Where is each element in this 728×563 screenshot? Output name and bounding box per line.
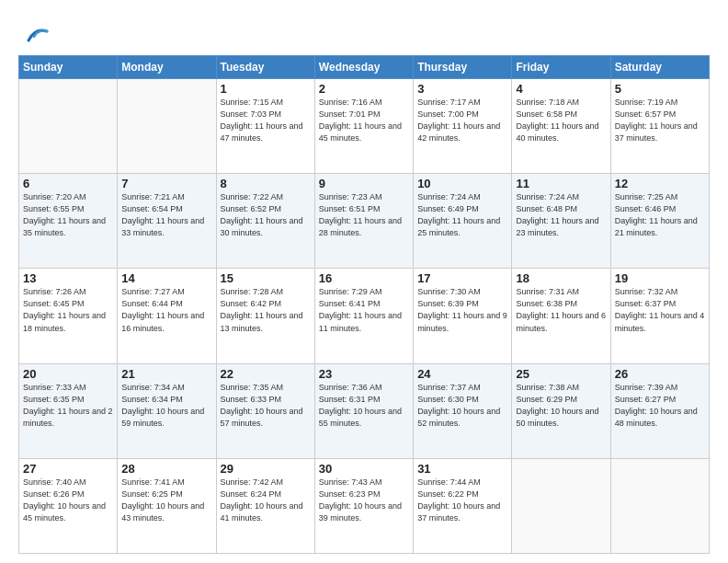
calendar-cell: 4Sunrise: 7:18 AM Sunset: 6:58 PM Daylig… bbox=[512, 79, 610, 174]
calendar-cell: 31Sunrise: 7:44 AM Sunset: 6:22 PM Dayli… bbox=[414, 458, 512, 553]
day-info: Sunrise: 7:19 AM Sunset: 6:57 PM Dayligh… bbox=[615, 97, 705, 144]
day-number: 31 bbox=[417, 462, 507, 476]
day-info: Sunrise: 7:42 AM Sunset: 6:24 PM Dayligh… bbox=[221, 477, 311, 524]
day-number: 23 bbox=[319, 367, 409, 381]
day-info: Sunrise: 7:41 AM Sunset: 6:25 PM Dayligh… bbox=[121, 477, 211, 524]
logo bbox=[18, 20, 49, 48]
day-number: 3 bbox=[417, 82, 507, 96]
calendar-cell: 29Sunrise: 7:42 AM Sunset: 6:24 PM Dayli… bbox=[216, 458, 314, 553]
day-info: Sunrise: 7:43 AM Sunset: 6:23 PM Dayligh… bbox=[319, 477, 409, 524]
day-number: 6 bbox=[23, 177, 113, 190]
calendar-cell: 14Sunrise: 7:27 AM Sunset: 6:44 PM Dayli… bbox=[118, 269, 216, 363]
day-info: Sunrise: 7:20 AM Sunset: 6:55 PM Dayligh… bbox=[23, 191, 113, 239]
day-info: Sunrise: 7:37 AM Sunset: 6:30 PM Dayligh… bbox=[417, 382, 507, 430]
day-info: Sunrise: 7:28 AM Sunset: 6:42 PM Dayligh… bbox=[221, 286, 311, 334]
day-number: 8 bbox=[221, 177, 311, 190]
day-info: Sunrise: 7:27 AM Sunset: 6:44 PM Dayligh… bbox=[121, 286, 211, 334]
day-info: Sunrise: 7:29 AM Sunset: 6:41 PM Dayligh… bbox=[319, 286, 409, 334]
day-number: 27 bbox=[23, 462, 113, 476]
day-number: 26 bbox=[615, 367, 705, 381]
day-number: 15 bbox=[221, 271, 311, 285]
page: SundayMondayTuesdayWednesdayThursdayFrid… bbox=[0, 0, 728, 563]
day-number: 22 bbox=[221, 367, 311, 381]
weekday-header-wednesday: Wednesday bbox=[314, 56, 413, 79]
weekday-header-sunday: Sunday bbox=[19, 56, 118, 79]
day-info: Sunrise: 7:33 AM Sunset: 6:35 PM Dayligh… bbox=[23, 382, 113, 430]
day-info: Sunrise: 7:24 AM Sunset: 6:49 PM Dayligh… bbox=[417, 191, 507, 239]
day-number: 14 bbox=[121, 271, 211, 285]
calendar-cell: 21Sunrise: 7:34 AM Sunset: 6:34 PM Dayli… bbox=[118, 363, 216, 458]
day-info: Sunrise: 7:40 AM Sunset: 6:26 PM Dayligh… bbox=[23, 477, 113, 524]
day-info: Sunrise: 7:17 AM Sunset: 7:00 PM Dayligh… bbox=[417, 97, 507, 144]
day-number: 16 bbox=[319, 271, 409, 285]
calendar-cell: 17Sunrise: 7:30 AM Sunset: 6:39 PM Dayli… bbox=[414, 269, 512, 363]
weekday-header-saturday: Saturday bbox=[610, 56, 709, 79]
day-info: Sunrise: 7:25 AM Sunset: 6:46 PM Dayligh… bbox=[615, 191, 705, 239]
calendar-cell: 3Sunrise: 7:17 AM Sunset: 7:00 PM Daylig… bbox=[414, 79, 512, 174]
calendar-cell: 16Sunrise: 7:29 AM Sunset: 6:41 PM Dayli… bbox=[314, 269, 413, 363]
calendar-cell: 11Sunrise: 7:24 AM Sunset: 6:48 PM Dayli… bbox=[512, 174, 610, 269]
day-number: 20 bbox=[23, 367, 113, 381]
calendar-cell bbox=[610, 458, 709, 553]
calendar-week-3: 13Sunrise: 7:26 AM Sunset: 6:45 PM Dayli… bbox=[19, 269, 710, 363]
calendar-cell: 23Sunrise: 7:36 AM Sunset: 6:31 PM Dayli… bbox=[314, 363, 413, 458]
calendar-cell: 1Sunrise: 7:15 AM Sunset: 7:03 PM Daylig… bbox=[216, 79, 314, 174]
day-number: 19 bbox=[615, 271, 705, 285]
day-number: 30 bbox=[319, 462, 409, 476]
calendar-cell: 15Sunrise: 7:28 AM Sunset: 6:42 PM Dayli… bbox=[216, 269, 314, 363]
calendar-cell: 8Sunrise: 7:22 AM Sunset: 6:52 PM Daylig… bbox=[216, 174, 314, 269]
weekday-header-thursday: Thursday bbox=[414, 56, 512, 79]
calendar-cell: 10Sunrise: 7:24 AM Sunset: 6:49 PM Dayli… bbox=[414, 174, 512, 269]
day-number: 18 bbox=[516, 271, 606, 285]
calendar-cell: 13Sunrise: 7:26 AM Sunset: 6:45 PM Dayli… bbox=[19, 269, 118, 363]
day-info: Sunrise: 7:18 AM Sunset: 6:58 PM Dayligh… bbox=[516, 97, 606, 144]
day-number: 2 bbox=[319, 82, 409, 96]
day-info: Sunrise: 7:23 AM Sunset: 6:51 PM Dayligh… bbox=[319, 191, 409, 239]
calendar-cell: 25Sunrise: 7:38 AM Sunset: 6:29 PM Dayli… bbox=[512, 363, 610, 458]
calendar-cell: 20Sunrise: 7:33 AM Sunset: 6:35 PM Dayli… bbox=[19, 363, 118, 458]
day-info: Sunrise: 7:26 AM Sunset: 6:45 PM Dayligh… bbox=[23, 286, 113, 334]
calendar-week-1: 1Sunrise: 7:15 AM Sunset: 7:03 PM Daylig… bbox=[19, 79, 710, 174]
calendar-cell bbox=[512, 458, 610, 553]
day-number: 17 bbox=[417, 271, 507, 285]
day-number: 21 bbox=[121, 367, 211, 381]
day-number: 13 bbox=[23, 271, 113, 285]
weekday-header-monday: Monday bbox=[118, 56, 216, 79]
day-info: Sunrise: 7:38 AM Sunset: 6:29 PM Dayligh… bbox=[516, 382, 606, 430]
calendar-cell: 18Sunrise: 7:31 AM Sunset: 6:38 PM Dayli… bbox=[512, 269, 610, 363]
calendar-week-2: 6Sunrise: 7:20 AM Sunset: 6:55 PM Daylig… bbox=[19, 174, 710, 269]
calendar-cell: 27Sunrise: 7:40 AM Sunset: 6:26 PM Dayli… bbox=[19, 458, 118, 553]
calendar-cell: 12Sunrise: 7:25 AM Sunset: 6:46 PM Dayli… bbox=[610, 174, 709, 269]
day-number: 28 bbox=[121, 462, 211, 476]
day-info: Sunrise: 7:15 AM Sunset: 7:03 PM Dayligh… bbox=[221, 97, 311, 144]
day-info: Sunrise: 7:31 AM Sunset: 6:38 PM Dayligh… bbox=[516, 286, 606, 334]
calendar-table: SundayMondayTuesdayWednesdayThursdayFrid… bbox=[18, 55, 710, 554]
logo-icon bbox=[21, 20, 49, 48]
calendar-cell: 7Sunrise: 7:21 AM Sunset: 6:54 PM Daylig… bbox=[118, 174, 216, 269]
day-number: 9 bbox=[319, 177, 409, 190]
day-number: 5 bbox=[615, 82, 705, 96]
day-info: Sunrise: 7:36 AM Sunset: 6:31 PM Dayligh… bbox=[319, 382, 409, 430]
weekday-header-tuesday: Tuesday bbox=[216, 56, 314, 79]
day-info: Sunrise: 7:30 AM Sunset: 6:39 PM Dayligh… bbox=[417, 286, 507, 334]
calendar-cell: 19Sunrise: 7:32 AM Sunset: 6:37 PM Dayli… bbox=[610, 269, 709, 363]
calendar-cell: 24Sunrise: 7:37 AM Sunset: 6:30 PM Dayli… bbox=[414, 363, 512, 458]
day-number: 12 bbox=[615, 177, 705, 190]
calendar-cell: 6Sunrise: 7:20 AM Sunset: 6:55 PM Daylig… bbox=[19, 174, 118, 269]
calendar-cell: 9Sunrise: 7:23 AM Sunset: 6:51 PM Daylig… bbox=[314, 174, 413, 269]
day-info: Sunrise: 7:32 AM Sunset: 6:37 PM Dayligh… bbox=[615, 286, 705, 334]
day-number: 11 bbox=[516, 177, 606, 190]
day-info: Sunrise: 7:35 AM Sunset: 6:33 PM Dayligh… bbox=[221, 382, 311, 430]
calendar-cell: 30Sunrise: 7:43 AM Sunset: 6:23 PM Dayli… bbox=[314, 458, 413, 553]
calendar-cell: 26Sunrise: 7:39 AM Sunset: 6:27 PM Dayli… bbox=[610, 363, 709, 458]
day-number: 4 bbox=[516, 82, 606, 96]
weekday-header-row: SundayMondayTuesdayWednesdayThursdayFrid… bbox=[19, 56, 710, 79]
day-info: Sunrise: 7:22 AM Sunset: 6:52 PM Dayligh… bbox=[221, 191, 311, 239]
day-info: Sunrise: 7:16 AM Sunset: 7:01 PM Dayligh… bbox=[319, 97, 409, 144]
day-number: 1 bbox=[221, 82, 311, 96]
calendar-cell: 5Sunrise: 7:19 AM Sunset: 6:57 PM Daylig… bbox=[610, 79, 709, 174]
day-number: 29 bbox=[221, 462, 311, 476]
header bbox=[18, 17, 710, 48]
calendar-cell: 28Sunrise: 7:41 AM Sunset: 6:25 PM Dayli… bbox=[118, 458, 216, 553]
calendar-week-5: 27Sunrise: 7:40 AM Sunset: 6:26 PM Dayli… bbox=[19, 458, 710, 553]
